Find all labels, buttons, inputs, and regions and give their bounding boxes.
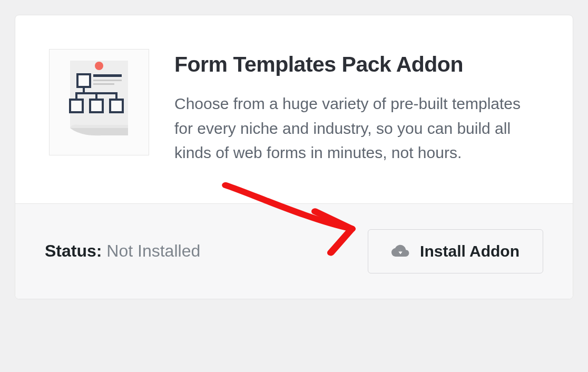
svg-rect-4 bbox=[93, 80, 122, 81]
svg-rect-5 bbox=[93, 83, 114, 85]
svg-rect-11 bbox=[70, 100, 83, 112]
svg-rect-2 bbox=[77, 74, 90, 87]
cloud-download-icon bbox=[391, 244, 409, 259]
addon-card: Form Templates Pack Addon Choose from a … bbox=[15, 15, 573, 299]
addon-description: Choose from a huge variety of pre-built … bbox=[174, 92, 539, 165]
svg-rect-9 bbox=[95, 92, 97, 100]
addon-content: Form Templates Pack Addon Choose from a … bbox=[174, 49, 539, 165]
install-button-label: Install Addon bbox=[420, 242, 520, 260]
install-addon-button[interactable]: Install Addon bbox=[368, 229, 543, 273]
form-template-icon bbox=[60, 57, 139, 147]
svg-rect-3 bbox=[93, 74, 122, 77]
svg-rect-13 bbox=[110, 100, 123, 112]
addon-card-footer: Status: Not Installed Install Addon bbox=[15, 203, 573, 299]
svg-rect-8 bbox=[75, 92, 77, 100]
addon-title: Form Templates Pack Addon bbox=[174, 52, 539, 77]
addon-illustration bbox=[49, 49, 149, 155]
svg-rect-10 bbox=[115, 92, 117, 100]
status-value: Not Installed bbox=[106, 241, 200, 260]
svg-rect-12 bbox=[90, 100, 103, 112]
addon-card-body: Form Templates Pack Addon Choose from a … bbox=[15, 15, 573, 203]
status-line: Status: Not Installed bbox=[45, 241, 200, 261]
svg-point-1 bbox=[95, 62, 103, 70]
status-label: Status: bbox=[45, 241, 102, 260]
